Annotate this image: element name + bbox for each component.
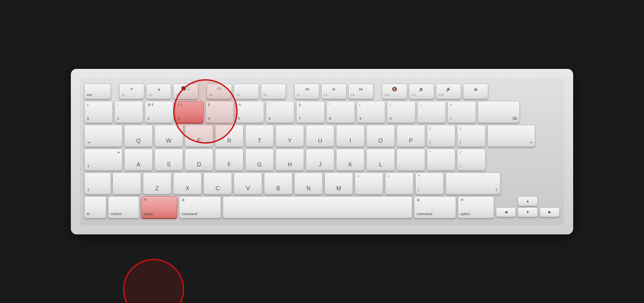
key-f11[interactable]: 🔉 F11 — [409, 84, 434, 99]
key-e[interactable]: E — [185, 125, 213, 147]
key-f9[interactable]: ⏭ F9 — [348, 84, 374, 99]
key-esc[interactable]: esc — [84, 84, 111, 99]
key-k[interactable]: K — [336, 149, 365, 171]
key-n[interactable]: N — [294, 173, 323, 194]
key-arrow-left[interactable]: ◀ — [496, 207, 516, 217]
key-arrow-down[interactable]: ▼ — [518, 207, 538, 217]
key-comma[interactable]: < , — [355, 173, 383, 194]
key-f4[interactable]: ⠿⠿ F4 — [207, 84, 232, 99]
key-8[interactable]: * 8 — [327, 101, 355, 123]
key-5[interactable]: % 5 — [236, 101, 264, 123]
zxcv-row: ⇧ ~ ` Z X C V B N — [84, 173, 560, 194]
key-backslash[interactable]: | \ — [457, 149, 486, 171]
key-eject[interactable]: ⏏ — [463, 84, 488, 99]
key-semicolon[interactable]: : ; — [397, 149, 425, 171]
key-f8[interactable]: ⏯ F8 — [321, 84, 346, 99]
key-y[interactable]: Y — [276, 125, 304, 147]
key-j[interactable]: J — [306, 149, 334, 171]
key-f7[interactable]: ⏮ F7 — [294, 84, 319, 99]
key-quote[interactable]: " ' — [427, 149, 455, 171]
key-control[interactable]: control — [108, 196, 139, 218]
key-caps-lock[interactable]: ⇪ — [84, 149, 122, 171]
arrow-row-bottom: ◀ ▼ ▶ — [496, 207, 560, 217]
key-f[interactable]: F — [215, 149, 243, 171]
key-fn[interactable]: fn — [84, 196, 106, 218]
key-bracket-right[interactable]: } ] — [457, 125, 486, 147]
asdf-row: ⇪ A S D F G H J K — [84, 149, 560, 171]
key-f6[interactable]: F6 — [261, 84, 286, 99]
key-shift-left[interactable]: ⇧ — [84, 173, 111, 194]
key-o[interactable]: O — [366, 125, 395, 147]
key-delete[interactable]: ⌫ — [478, 101, 520, 123]
key-minus[interactable]: – - — [417, 101, 446, 123]
key-tilde[interactable]: ~ ` — [113, 173, 141, 194]
bottom-row: fn control alt option ⌘ command ⌘ comman… — [84, 196, 560, 218]
key-option-right[interactable]: alt option — [458, 196, 494, 218]
key-command-left[interactable]: ⌘ command — [179, 196, 221, 218]
key-2[interactable]: @ € 2 — [145, 101, 173, 123]
key-q[interactable]: Q — [124, 125, 153, 147]
key-bracket-left[interactable]: { [ — [427, 125, 455, 147]
key-9[interactable]: ( 9 — [357, 101, 385, 123]
key-command-right[interactable]: ⌘ command — [414, 196, 456, 218]
key-1[interactable]: ! 1 — [115, 101, 143, 123]
key-arrow-right[interactable]: ▶ — [540, 207, 560, 217]
key-p[interactable]: P — [397, 125, 425, 147]
key-s[interactable]: S — [155, 149, 183, 171]
key-f3[interactable]: ⬛⬜ F3 — [173, 84, 198, 99]
key-f2[interactable]: ☀ F2 — [146, 84, 171, 99]
key-section[interactable]: ± § — [84, 101, 113, 123]
key-f12[interactable]: 🔊 F12 — [436, 84, 461, 99]
key-6[interactable]: ^ 6 — [266, 101, 294, 123]
key-period[interactable]: > . — [385, 173, 413, 194]
key-a[interactable]: A — [124, 149, 153, 171]
key-l[interactable]: L — [366, 149, 395, 171]
key-b[interactable]: B — [264, 173, 292, 194]
key-z[interactable]: Z — [143, 173, 171, 194]
key-m[interactable]: M — [325, 173, 353, 194]
highlight-circle-option — [123, 259, 184, 303]
key-f10[interactable]: 🔇 F10 — [382, 84, 407, 99]
key-3[interactable]: £ # 3 — [175, 101, 204, 123]
key-r[interactable]: R — [215, 125, 243, 147]
keyboard-body: esc ☀ F1 ☀ F2 ⬛⬜ F3 ⠿⠿ F4 F5 — [80, 78, 564, 225]
key-arrow-up[interactable]: ▲ — [518, 196, 538, 206]
key-x[interactable]: X — [173, 173, 202, 194]
key-w[interactable]: W — [155, 125, 183, 147]
key-f5[interactable]: F5 — [234, 84, 259, 99]
key-slash[interactable]: ? / — [415, 173, 444, 194]
key-f1[interactable]: ☀ F1 — [119, 84, 144, 99]
key-h[interactable]: H — [276, 149, 304, 171]
key-equals[interactable]: + = — [448, 101, 476, 123]
key-7[interactable]: & 7 — [296, 101, 325, 123]
key-4[interactable]: $ 4 — [205, 101, 234, 123]
key-d[interactable]: D — [185, 149, 213, 171]
qwerty-row: ⇥ Q W E R T Y U I — [84, 125, 560, 147]
fn-row: esc ☀ F1 ☀ F2 ⬛⬜ F3 ⠿⠿ F4 F5 — [84, 84, 560, 99]
key-v[interactable]: V — [234, 173, 262, 194]
key-option-left[interactable]: alt option — [141, 196, 177, 218]
arrow-row-top: ▲ — [496, 196, 560, 206]
key-t[interactable]: T — [245, 125, 274, 147]
key-c[interactable]: C — [204, 173, 232, 194]
key-0[interactable]: ) 0 — [387, 101, 415, 123]
keyboard-wrapper: esc ☀ F1 ☀ F2 ⬛⬜ F3 ⠿⠿ F4 F5 — [71, 69, 573, 234]
key-shift-right[interactable]: ⇧ — [446, 173, 500, 194]
key-space[interactable] — [223, 196, 412, 218]
key-g[interactable]: G — [245, 149, 274, 171]
key-return[interactable]: ↩ — [488, 125, 535, 147]
key-i[interactable]: I — [336, 125, 365, 147]
arrow-cluster: ▲ ◀ ▼ ▶ — [496, 196, 560, 218]
key-u[interactable]: U — [306, 125, 334, 147]
key-tab[interactable]: ⇥ — [84, 125, 122, 147]
number-row: ± § ! 1 @ € 2 £ # 3 $ 4 % 5 — [84, 101, 560, 123]
